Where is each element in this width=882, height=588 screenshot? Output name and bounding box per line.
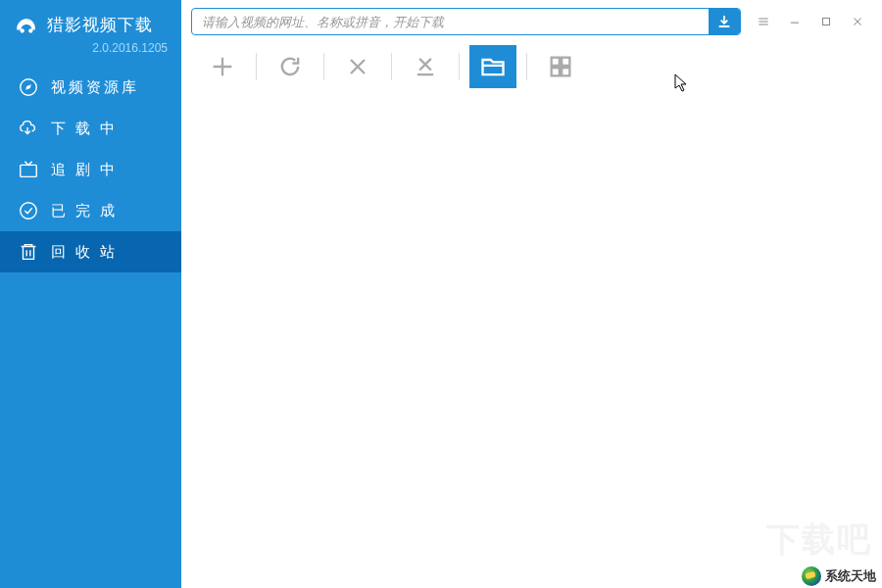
grid-view-button[interactable]	[537, 45, 584, 88]
sidebar: 猎影视频下载 2.0.2016.1205 视频资源库 下 载 中 追 剧 中	[0, 0, 181, 588]
sidebar-item-label: 视频资源库	[51, 78, 139, 97]
svg-rect-8	[562, 58, 569, 66]
sidebar-item-label: 下 载 中	[51, 120, 118, 138]
sidebar-item-label: 回 收 站	[51, 243, 118, 262]
maximize-icon	[819, 15, 833, 28]
menu-button[interactable]	[749, 8, 778, 35]
delete-button[interactable]	[334, 45, 381, 88]
grid-icon	[547, 53, 574, 80]
close-icon	[851, 15, 864, 28]
folder-icon	[479, 53, 507, 80]
open-folder-button[interactable]	[469, 45, 516, 88]
clear-all-button[interactable]	[402, 45, 449, 88]
search-input[interactable]	[192, 15, 709, 29]
site-watermark: 系统天地	[802, 566, 876, 586]
svg-rect-9	[552, 68, 560, 75]
sidebar-item-video-library[interactable]: 视频资源库	[0, 67, 181, 108]
svg-point-4	[21, 203, 37, 220]
search-box	[191, 8, 741, 35]
svg-rect-5	[719, 25, 730, 27]
sidebar-nav: 视频资源库 下 载 中 追 剧 中 已 完 成	[0, 67, 181, 272]
main-panel: 下载吧 系统天地	[181, 0, 882, 588]
toolbar-divider	[526, 53, 527, 80]
check-circle-icon	[18, 200, 39, 221]
download-icon	[716, 14, 732, 29]
x-underline-icon	[412, 53, 439, 80]
window-controls	[749, 8, 872, 35]
maximize-button[interactable]	[811, 8, 841, 35]
sidebar-item-recycle-bin[interactable]: 回 收 站	[0, 231, 181, 272]
hamburger-icon	[757, 15, 770, 28]
toolbar-divider	[256, 53, 257, 80]
sidebar-item-label: 追 剧 中	[51, 161, 118, 179]
svg-point-1	[28, 28, 32, 32]
trash-icon	[18, 241, 39, 263]
svg-point-0	[21, 28, 24, 32]
app-logo-icon	[14, 12, 39, 37]
add-button[interactable]	[199, 45, 246, 88]
search-download-button[interactable]	[709, 9, 740, 34]
sidebar-item-completed[interactable]: 已 完 成	[0, 190, 181, 231]
cloud-download-icon	[18, 118, 39, 139]
app-version: 2.0.2016.1205	[0, 39, 181, 67]
minimize-button[interactable]	[780, 8, 809, 35]
globe-icon	[802, 566, 821, 586]
sidebar-item-following[interactable]: 追 剧 中	[0, 149, 181, 190]
svg-rect-10	[562, 68, 569, 75]
toolbar	[181, 41, 882, 98]
top-bar	[181, 0, 882, 41]
svg-rect-7	[552, 58, 560, 66]
sidebar-item-label: 已 完 成	[51, 202, 118, 220]
app-title: 猎影视频下载	[47, 14, 153, 36]
app-brand: 猎影视频下载	[0, 0, 181, 39]
refresh-icon	[276, 53, 304, 80]
plus-icon	[209, 53, 236, 80]
toolbar-divider	[323, 53, 324, 80]
refresh-button[interactable]	[267, 45, 314, 88]
content-area: 下载吧 系统天地	[181, 98, 882, 588]
compass-icon	[18, 76, 39, 98]
watermark-label: 系统天地	[825, 567, 876, 585]
svg-rect-3	[21, 165, 37, 176]
toolbar-divider	[459, 53, 460, 80]
tv-icon	[18, 159, 39, 180]
svg-rect-6	[823, 19, 830, 25]
toolbar-divider	[391, 53, 392, 80]
close-button[interactable]	[843, 8, 872, 35]
x-icon	[344, 53, 371, 80]
sidebar-item-downloading[interactable]: 下 载 中	[0, 108, 181, 149]
minimize-icon	[788, 15, 802, 28]
background-watermark: 下载吧	[766, 517, 872, 563]
